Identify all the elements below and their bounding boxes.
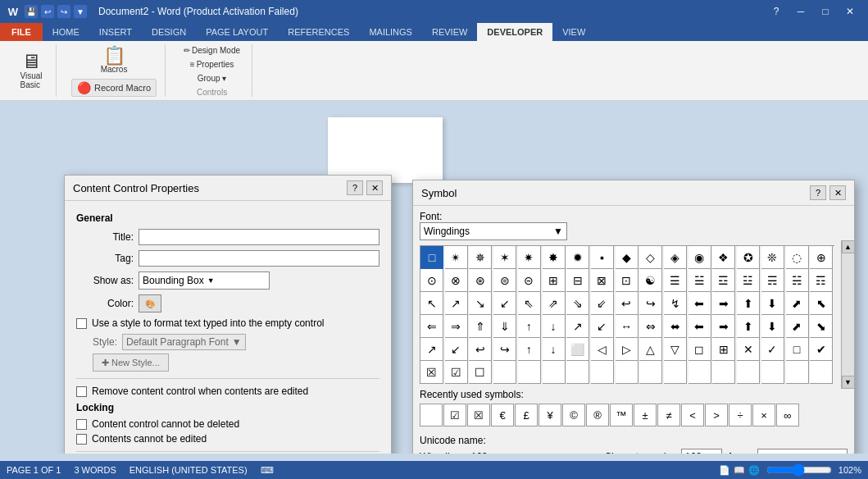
font-select[interactable]: Wingdings ▼ xyxy=(420,222,567,240)
sym-cell[interactable]: □ xyxy=(786,338,809,361)
design-mode-button[interactable]: ✏ Design Mode xyxy=(180,44,243,57)
recent-tm[interactable]: ™ xyxy=(610,404,633,427)
tab-page-layout[interactable]: PAGE LAYOUT xyxy=(196,23,278,41)
from-select[interactable]: Symbol (decimal) ▼ xyxy=(757,449,848,454)
sym-cell[interactable]: ✪ xyxy=(737,246,760,269)
sym-cell[interactable]: ⬆ xyxy=(737,315,760,338)
recent-checked-box[interactable]: ☒ xyxy=(467,404,490,427)
sym-cell[interactable]: ⊟ xyxy=(566,269,589,292)
sym-cell[interactable]: ⊕ xyxy=(810,246,833,269)
style-select[interactable]: Default Paragraph Font ▼ xyxy=(122,334,246,350)
sym-cell[interactable]: ☒ xyxy=(420,361,443,384)
new-style-button[interactable]: ✚ New Style... xyxy=(93,354,169,372)
redo-icon[interactable]: ↪ xyxy=(57,5,70,18)
sym-cell[interactable]: ↙ xyxy=(591,315,614,338)
sym-cell[interactable]: ↪ xyxy=(639,292,662,315)
recent-greater[interactable]: > xyxy=(705,404,728,427)
sym-cell[interactable]: ⊡ xyxy=(616,269,639,292)
sym-cell[interactable]: ⊞ xyxy=(543,269,566,292)
close-button[interactable]: ✕ xyxy=(838,0,861,23)
undo-icon[interactable]: ↩ xyxy=(41,5,54,18)
sym-cell[interactable] xyxy=(786,361,809,384)
sym-cell[interactable]: ↗ xyxy=(566,315,589,338)
sym-cell[interactable]: ↪ xyxy=(493,338,516,361)
sym-cell[interactable]: ⇑ xyxy=(469,315,492,338)
sym-cell[interactable]: ⬜ xyxy=(566,338,589,361)
sym-cell[interactable]: ✶ xyxy=(493,246,516,269)
sym-cell[interactable]: ⊙ xyxy=(420,269,443,292)
sym-cell[interactable]: ⬌ xyxy=(664,315,687,338)
sym-cell[interactable] xyxy=(810,361,833,384)
sym-cell[interactable]: ↓ xyxy=(543,315,566,338)
sym-cell[interactable]: ⬇ xyxy=(761,315,784,338)
scroll-down-button[interactable]: ▼ xyxy=(842,376,855,389)
lock1-checkbox[interactable] xyxy=(76,419,87,430)
sym-cell[interactable]: ▽ xyxy=(664,338,687,361)
sym-cell[interactable]: ⇒ xyxy=(445,315,468,338)
sym-cell[interactable]: ◻ xyxy=(688,338,711,361)
sym-cell[interactable]: ✷ xyxy=(518,246,541,269)
read-mode-icon[interactable]: 📖 xyxy=(734,465,745,476)
sym-cell[interactable]: ⊜ xyxy=(493,269,516,292)
ccp-help-button[interactable]: ? xyxy=(347,180,363,195)
sym-cell[interactable]: ☑ xyxy=(445,361,468,384)
properties-button[interactable]: ≡ Properties xyxy=(187,58,237,71)
recent-not-equal[interactable]: ≠ xyxy=(657,404,680,427)
tab-developer[interactable]: DEVELOPER xyxy=(477,23,552,41)
sym-cell[interactable]: ⇘ xyxy=(566,292,589,315)
sym-cell[interactable]: ↩ xyxy=(616,292,639,315)
customize-icon[interactable]: ▼ xyxy=(74,5,87,18)
sym-cell[interactable]: ⬅ xyxy=(688,315,711,338)
tag-input[interactable] xyxy=(139,250,379,267)
sym-cell[interactable]: ↙ xyxy=(493,292,516,315)
sym-cell[interactable]: ◈ xyxy=(664,246,687,269)
title-input[interactable] xyxy=(139,229,379,245)
sym-cell[interactable]: ▷ xyxy=(616,338,639,361)
sym-cell[interactable]: △ xyxy=(639,338,662,361)
sym-cell[interactable] xyxy=(616,361,639,384)
restore-button[interactable]: □ xyxy=(814,0,837,23)
sym-cell[interactable]: ✸ xyxy=(543,246,566,269)
visual-basic-button[interactable]: 🖥 VisualBasic xyxy=(15,50,48,91)
sym-cell[interactable]: ☱ xyxy=(688,269,711,292)
sym-cell[interactable]: ↙ xyxy=(445,338,468,361)
sym-cell[interactable]: ❖ xyxy=(712,246,735,269)
recent-infinity[interactable]: ∞ xyxy=(776,404,799,427)
sym-cell[interactable]: ⇔ xyxy=(639,315,662,338)
sym-cell[interactable]: ⊛ xyxy=(469,269,492,292)
sym-cell[interactable]: ☳ xyxy=(737,269,760,292)
sym-cell[interactable]: ☶ xyxy=(810,269,833,292)
lock2-checkbox[interactable] xyxy=(76,434,87,445)
sym-cell[interactable]: ◇ xyxy=(639,246,662,269)
sym-cell[interactable]: ↑ xyxy=(518,338,541,361)
sym-cell[interactable] xyxy=(639,361,662,384)
sym-cell[interactable] xyxy=(566,361,589,384)
symbol-help-button[interactable]: ? xyxy=(810,185,826,200)
sym-cell[interactable]: ↓ xyxy=(543,338,566,361)
sym-cell[interactable]: ⬈ xyxy=(786,292,809,315)
sym-cell[interactable]: ↩ xyxy=(469,338,492,361)
recent-plus-minus[interactable]: ± xyxy=(634,404,657,427)
sym-cell[interactable]: ✕ xyxy=(737,338,760,361)
sym-cell[interactable]: ➡ xyxy=(712,292,735,315)
sym-cell[interactable]: ◁ xyxy=(591,338,614,361)
sym-cell[interactable] xyxy=(737,361,760,384)
scroll-up-button[interactable]: ▲ xyxy=(842,240,855,253)
sym-cell[interactable]: ☴ xyxy=(761,269,784,292)
sym-cell[interactable]: ⊝ xyxy=(518,269,541,292)
recent-euro[interactable]: € xyxy=(491,404,514,427)
sym-cell[interactable]: ◌ xyxy=(786,246,809,269)
sym-cell[interactable]: ✔ xyxy=(810,338,833,361)
sym-cell[interactable]: ✵ xyxy=(469,246,492,269)
sym-cell[interactable]: ☯ xyxy=(639,269,662,292)
recent-copyright[interactable]: © xyxy=(562,404,585,427)
sym-cell[interactable]: ☰ xyxy=(664,269,687,292)
tab-view[interactable]: VIEW xyxy=(552,23,595,41)
web-layout-icon[interactable]: 🌐 xyxy=(748,465,760,476)
save-icon[interactable]: 💾 xyxy=(25,5,38,18)
print-layout-icon[interactable]: 📄 xyxy=(719,465,730,476)
recent-times[interactable]: × xyxy=(752,404,775,427)
recent-pound[interactable]: £ xyxy=(515,404,538,427)
sym-cell[interactable] xyxy=(543,361,566,384)
sym-cell[interactable]: ◆ xyxy=(616,246,639,269)
